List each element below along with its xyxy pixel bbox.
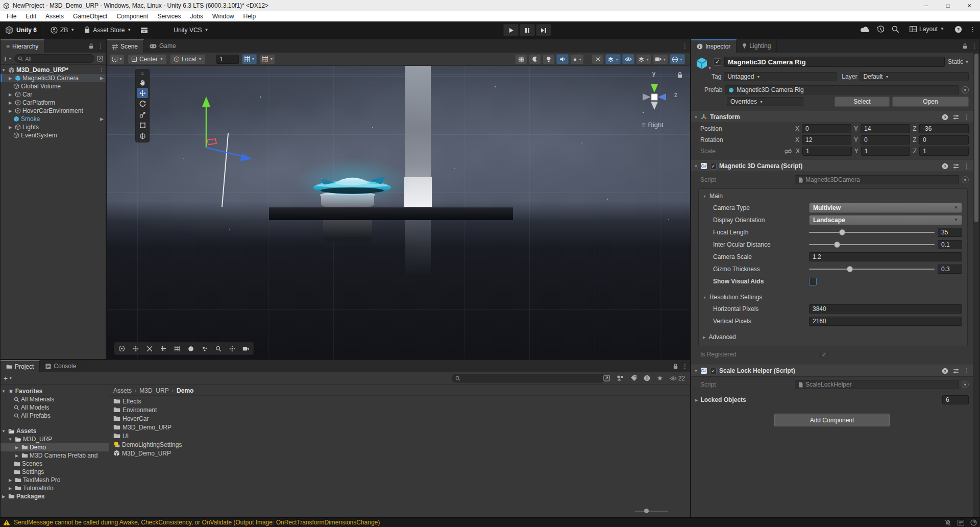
breadcrumb-demo[interactable]: Demo: [177, 387, 193, 394]
hierarchy-item-smoke[interactable]: Smoke ▶: [1, 115, 106, 123]
tree-packages[interactable]: ▶ Packages: [1, 492, 109, 500]
rotate-tool-button[interactable]: [137, 99, 148, 109]
hierarchy-item-global-volume[interactable]: Global Volume: [1, 82, 106, 90]
active-checkbox[interactable]: ✓: [714, 58, 721, 66]
scale-link-icon[interactable]: [785, 149, 793, 154]
transform-header[interactable]: ▼ Transform ? ⋮: [691, 111, 973, 123]
handle-rotation-dropdown[interactable]: Local ▼: [170, 54, 206, 64]
add-component-button[interactable]: Add Component: [774, 414, 890, 427]
scale-tool-button[interactable]: [137, 109, 148, 119]
expand-icon[interactable]: ▶: [7, 486, 13, 491]
expand-icon[interactable]: ▶: [7, 478, 13, 483]
focal-length-slider[interactable]: [809, 228, 935, 237]
zoom-overlay-icon[interactable]: [212, 344, 225, 353]
view-options-button[interactable]: [529, 54, 541, 64]
expand-icon[interactable]: ▶: [7, 101, 13, 105]
layer-dropdown[interactable]: Default▼: [860, 72, 969, 81]
position-z-field[interactable]: -36: [919, 124, 969, 133]
component-more-icon[interactable]: ⋮: [964, 367, 970, 374]
favorites-star-icon[interactable]: ★: [657, 374, 663, 382]
gameobject-icon[interactable]: ▼: [695, 57, 710, 70]
position-x-field[interactable]: 0: [802, 124, 851, 133]
scale-y-field[interactable]: 1: [861, 147, 911, 156]
hovercar[interactable]: [310, 165, 395, 197]
hidden-objects-button[interactable]: [592, 54, 604, 64]
tab-inspector[interactable]: Inspector: [691, 39, 737, 53]
breadcrumb-m3d-urp[interactable]: M3D_URP: [139, 387, 168, 394]
menu-gameobject[interactable]: GameObject: [68, 11, 112, 21]
pivot-mode-dropdown[interactable]: Center ▼: [128, 54, 167, 64]
asset-m3d-demo-urp-scene[interactable]: M3D_Demo_URP: [109, 449, 690, 458]
cloud-icon[interactable]: [860, 26, 870, 33]
hierarchy-add-button[interactable]: +▼: [3, 55, 12, 63]
favorite-all-prefabs[interactable]: All Prefabs: [1, 412, 109, 420]
asset-environment[interactable]: Environment: [109, 405, 690, 414]
menu-edit[interactable]: Edit: [21, 11, 41, 21]
axis-y-label[interactable]: y: [652, 70, 655, 77]
hierarchy-more-icon[interactable]: ⋮: [97, 42, 104, 50]
tab-scene[interactable]: Scene: [107, 39, 144, 53]
hierarchy-picker-icon[interactable]: [97, 56, 103, 62]
inspector-lock-icon[interactable]: [963, 43, 967, 49]
view-orientation-label[interactable]: ≡ Right: [642, 121, 664, 129]
expand-icon[interactable]: ▶: [14, 445, 20, 450]
package-manager-icon[interactable]: [137, 26, 151, 35]
help-icon[interactable]: ?: [942, 368, 948, 374]
hierarchy-item-magnetic3d-camera[interactable]: ▶ Magnetic3D Camera ▶: [1, 74, 106, 82]
scale-lock-helper-component-header[interactable]: ▼ C# ✓ Scale Lock Helper (Script) ? ⋮: [691, 365, 973, 377]
breadcrumb-assets[interactable]: Assets: [113, 387, 132, 394]
presets-icon[interactable]: [953, 163, 959, 169]
draw-mode-button[interactable]: [515, 54, 527, 64]
expand-icon[interactable]: ▶: [14, 453, 20, 458]
axis-z-label[interactable]: z: [674, 91, 677, 99]
expand-icon[interactable]: ▼: [1, 429, 7, 434]
hierarchy-item-eventsystem[interactable]: EventSystem: [1, 131, 106, 139]
pause-button[interactable]: [520, 24, 535, 36]
presets-icon[interactable]: [953, 114, 959, 120]
favorites-row[interactable]: ▼ ★ Favorites: [1, 387, 109, 395]
asset-effects[interactable]: Effects: [109, 397, 690, 405]
rotation-z-field[interactable]: 0: [919, 135, 969, 145]
notifications-muted-icon[interactable]: [945, 519, 951, 526]
tree-settings[interactable]: Settings: [1, 468, 109, 476]
orientation-gizmo[interactable]: y z ≡ Right: [632, 70, 689, 134]
prefab-open-icon[interactable]: ▶: [100, 116, 104, 122]
component-enabled-checkbox[interactable]: ✓: [710, 163, 717, 170]
foldout-icon[interactable]: ▼: [694, 164, 698, 168]
gizmos-dropdown-button[interactable]: ▼: [670, 54, 685, 64]
move-tool-button[interactable]: [137, 88, 148, 98]
hierarchy-item-car[interactable]: ▶ Car: [1, 90, 106, 99]
grid-snapping-button[interactable]: ▼: [242, 54, 257, 64]
position-y-field[interactable]: 14: [861, 124, 910, 133]
expand-icon[interactable]: ▼: [7, 437, 13, 442]
prefab-open-button[interactable]: Open: [892, 97, 969, 107]
layers-dropdown-button[interactable]: ▼: [636, 54, 651, 64]
rect-tool-button[interactable]: [137, 120, 148, 130]
render-sphere-icon[interactable]: [184, 344, 197, 353]
camera-scale-field[interactable]: 1.2: [809, 252, 962, 261]
expand-icon[interactable]: ▶: [7, 92, 13, 97]
grid-snap-size-field[interactable]: 1: [216, 55, 239, 64]
properties-icon[interactable]: [157, 344, 169, 353]
layout-dropdown[interactable]: Layout ▼: [906, 24, 947, 34]
scene-viewport[interactable]: y z ≡ Right ≡: [107, 66, 690, 359]
menu-component[interactable]: Component: [112, 11, 153, 21]
show-visual-aids-checkbox[interactable]: [809, 278, 817, 285]
view-lock-icon[interactable]: [677, 72, 682, 78]
inspector-more-icon[interactable]: ⋮: [971, 42, 977, 50]
asset-ui-folder[interactable]: UI: [109, 432, 690, 440]
open-search-window-icon[interactable]: [603, 375, 610, 381]
tree-m3d-camera-prefab[interactable]: ▶ M3D Camera Prefab and: [1, 451, 109, 460]
search-icon[interactable]: [892, 26, 899, 33]
project-search-input[interactable]: [462, 375, 601, 381]
hierarchy-item-carplatform[interactable]: ▶ CarPlatform: [1, 99, 106, 107]
focal-length-field[interactable]: 35: [938, 228, 962, 237]
component-enabled-checkbox[interactable]: ✓: [710, 368, 717, 374]
particles-icon[interactable]: [198, 344, 211, 353]
project-search[interactable]: [452, 374, 605, 382]
horizontal-pixels-field[interactable]: 3840: [809, 304, 962, 314]
camera-dropdown-button[interactable]: ▼: [653, 54, 668, 64]
console-status-icon[interactable]: [958, 520, 964, 525]
background-tasks-icon[interactable]: [970, 519, 977, 526]
status-bar[interactable]: SendMessage cannot be called during Awak…: [0, 517, 980, 527]
